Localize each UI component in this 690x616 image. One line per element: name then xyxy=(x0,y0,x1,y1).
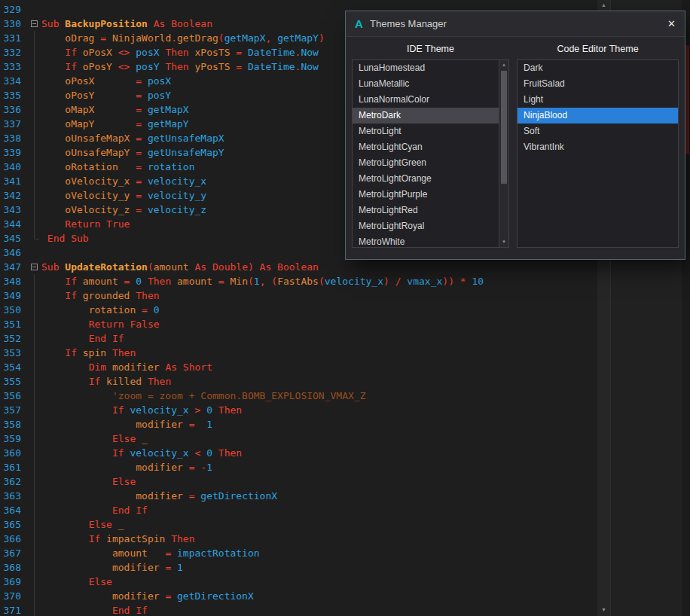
code-line[interactable]: 354 Dim modifier As Short xyxy=(0,360,597,374)
code-line[interactable]: 347Sub UpdateRotation(amount As Double) … xyxy=(0,260,597,274)
code-text[interactable]: modifier = getDirectionX xyxy=(41,489,277,503)
code-editor-theme-item[interactable]: VibrantInk xyxy=(518,139,678,155)
code-editor-theme-item[interactable]: NinjaBlood xyxy=(518,108,678,124)
code-line[interactable]: 350 rotation = 0 xyxy=(0,303,597,317)
ide-theme-item[interactable]: MetroLightRed xyxy=(353,203,499,218)
ide-theme-list[interactable]: LunaHomesteadLunaMetallicLunaNormalColor… xyxy=(352,59,509,248)
code-line[interactable]: 361 modifier = -1 xyxy=(0,460,597,474)
line-number: 336 xyxy=(0,102,29,117)
code-text[interactable]: oRotation = rotation xyxy=(41,160,195,174)
code-text[interactable]: If velocity_x < 0 Then xyxy=(41,446,242,460)
code-line[interactable]: 351 Return False xyxy=(0,317,597,331)
code-text[interactable]: oPosX = posX xyxy=(41,74,171,88)
code-text[interactable]: If velocity_x > 0 Then xyxy=(41,403,242,417)
code-line[interactable]: 367 amount = impactRotation xyxy=(0,546,597,560)
code-text[interactable]: oVelocity_y = velocity_y xyxy=(41,188,206,203)
code-text[interactable]: Sub BackupPosition As Boolean xyxy=(41,17,212,31)
code-line[interactable]: 368 modifier = 1 xyxy=(0,560,597,575)
ide-theme-item[interactable]: LunaHomestead xyxy=(353,60,499,76)
fold-collapse-icon[interactable] xyxy=(29,260,41,274)
code-line[interactable]: 366 If impactSpin Then xyxy=(0,532,597,546)
code-text[interactable]: Else _ xyxy=(41,432,148,446)
code-editor-theme-item[interactable]: Soft xyxy=(518,124,678,139)
code-text[interactable]: If oPosY <> posY Then yPosTS = DateTime.… xyxy=(41,59,319,74)
scroll-up-icon[interactable]: ▲ xyxy=(499,60,508,70)
ide-theme-item[interactable]: MetroLightOrange xyxy=(353,171,499,187)
ide-theme-item[interactable]: MetroLightGreen xyxy=(353,155,499,171)
ide-theme-list-scrollbar[interactable]: ▲ ▼ xyxy=(499,60,508,247)
code-line[interactable]: 360 If velocity_x < 0 Then xyxy=(0,446,597,460)
code-text[interactable]: Else _ xyxy=(41,517,124,532)
code-editor-theme-list[interactable]: DarkFruitSaladLightNinjaBloodSoftVibrant… xyxy=(517,59,679,248)
scroll-down-icon[interactable]: ▼ xyxy=(597,605,610,616)
code-text[interactable]: modifier = getDirectionX xyxy=(41,589,254,603)
code-text[interactable]: modifier = 1 xyxy=(41,417,212,432)
code-text[interactable]: End Sub xyxy=(41,231,89,245)
code-text[interactable]: Dim modifier As Short xyxy=(41,360,212,374)
ide-theme-item[interactable]: LunaMetallic xyxy=(353,76,499,92)
code-line[interactable]: 358 modifier = 1 xyxy=(0,417,597,432)
code-text[interactable]: If oPosX <> posX Then xPosTS = DateTime.… xyxy=(41,45,319,59)
ide-theme-item[interactable]: LunaNormalColor xyxy=(353,92,499,108)
code-line[interactable]: 371 End If xyxy=(0,603,597,616)
code-text[interactable]: If spin Then xyxy=(41,346,136,360)
code-line[interactable]: 356 'zoom = zoom + Common.BOMB_EXPLOSION… xyxy=(0,389,597,403)
code-text[interactable]: Return True xyxy=(41,217,130,231)
scroll-up-icon[interactable]: ▲ xyxy=(597,0,610,11)
code-line[interactable]: 364 End If xyxy=(0,503,597,517)
code-text[interactable]: Sub UpdateRotation(amount As Double) As … xyxy=(41,260,319,274)
dialog-title-bar[interactable]: A Themes Manager ✕ xyxy=(346,11,685,37)
code-line[interactable]: 355 If killed Then xyxy=(0,374,597,389)
code-text[interactable]: If killed Then xyxy=(41,374,171,389)
code-line[interactable]: 353 If spin Then xyxy=(0,346,597,360)
code-text[interactable]: oUnsafeMapY = getUnsafeMapY xyxy=(41,145,224,160)
ide-theme-item[interactable]: MetroLightCyan xyxy=(353,139,499,155)
code-text[interactable]: End If xyxy=(41,331,124,346)
code-text[interactable]: 'zoom = zoom + Common.BOMB_EXPLOSION_VMA… xyxy=(41,389,365,403)
code-text[interactable]: oPosY = posY xyxy=(41,88,171,102)
code-line[interactable]: 359 Else _ xyxy=(0,432,597,446)
list-scrollbar-thumb[interactable] xyxy=(501,71,507,184)
ide-theme-item[interactable]: MetroWhite xyxy=(353,234,499,248)
code-text[interactable]: If impactSpin Then xyxy=(41,532,195,546)
ide-theme-item[interactable]: MetroLightPurple xyxy=(353,187,499,203)
close-icon[interactable]: ✕ xyxy=(659,18,676,29)
code-editor-theme-item[interactable]: Dark xyxy=(518,60,678,76)
code-text[interactable]: If amount = 0 Then amount = Min(1, (Fast… xyxy=(41,274,484,288)
code-text[interactable]: oVelocity_z = velocity_z xyxy=(41,203,206,217)
code-line[interactable]: 370 modifier = getDirectionX xyxy=(0,589,597,603)
code-editor-theme-item[interactable]: Light xyxy=(518,92,678,108)
code-line[interactable]: 348 If amount = 0 Then amount = Min(1, (… xyxy=(0,274,597,288)
code-text[interactable]: End If xyxy=(41,603,148,616)
code-editor-theme-item[interactable]: FruitSalad xyxy=(518,76,678,92)
code-text[interactable]: rotation = 0 xyxy=(41,303,160,317)
code-text[interactable]: Return False xyxy=(41,317,160,331)
ide-theme-item[interactable]: MetroLightRoyal xyxy=(353,218,499,234)
code-text[interactable]: Else xyxy=(41,474,136,489)
code-text[interactable]: oUnsafeMapX = getUnsafeMapX xyxy=(41,131,224,145)
code-text[interactable]: Else xyxy=(41,575,112,589)
code-line[interactable]: 369 Else xyxy=(0,575,597,589)
code-text[interactable]: modifier = 1 xyxy=(41,560,183,575)
code-line[interactable]: 363 modifier = getDirectionX xyxy=(0,489,597,503)
code-text[interactable]: oMapY = getMapY xyxy=(41,117,189,131)
code-line[interactable]: 349 If grounded Then xyxy=(0,288,597,303)
ide-theme-item[interactable]: MetroLight xyxy=(353,124,499,139)
code-text[interactable]: oVelocity_x = velocity_x xyxy=(41,174,206,188)
code-text[interactable]: oMapX = getMapX xyxy=(41,102,189,117)
code-text[interactable]: modifier = -1 xyxy=(41,460,212,474)
code-text[interactable]: If grounded Then xyxy=(41,288,160,303)
code-text[interactable]: oDrag = NinjaWorld.getDrag(getMapX, getM… xyxy=(41,31,325,45)
code-line[interactable]: 365 Else _ xyxy=(0,517,597,532)
code-line[interactable]: 357 If velocity_x > 0 Then xyxy=(0,403,597,417)
code-text[interactable]: End If xyxy=(41,503,148,517)
code-token xyxy=(41,190,65,201)
code-line[interactable]: 362 Else xyxy=(0,474,597,489)
fold-collapse-icon[interactable] xyxy=(29,17,41,31)
scroll-down-icon[interactable]: ▼ xyxy=(499,237,508,247)
code-text[interactable]: amount = impactRotation xyxy=(41,546,260,560)
code-line[interactable]: 352 End If xyxy=(0,331,597,346)
code-token: posY xyxy=(148,90,171,101)
ide-theme-item[interactable]: MetroDark xyxy=(353,108,499,124)
fold-margin xyxy=(29,403,41,417)
